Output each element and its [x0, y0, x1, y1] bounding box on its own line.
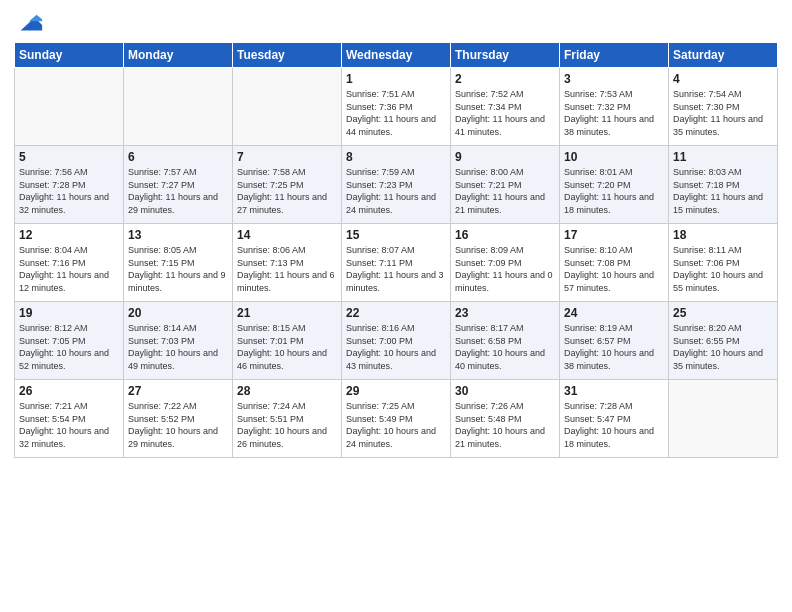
day-number: 3	[564, 72, 664, 86]
day-cell: 11Sunrise: 8:03 AMSunset: 7:18 PMDayligh…	[669, 146, 778, 224]
day-info: Sunrise: 8:16 AMSunset: 7:00 PMDaylight:…	[346, 322, 446, 372]
day-number: 1	[346, 72, 446, 86]
day-number: 25	[673, 306, 773, 320]
day-cell: 7Sunrise: 7:58 AMSunset: 7:25 PMDaylight…	[233, 146, 342, 224]
day-cell: 3Sunrise: 7:53 AMSunset: 7:32 PMDaylight…	[560, 68, 669, 146]
day-cell	[124, 68, 233, 146]
week-row-1: 1Sunrise: 7:51 AMSunset: 7:36 PMDaylight…	[15, 68, 778, 146]
day-cell	[669, 380, 778, 458]
day-info: Sunrise: 7:58 AMSunset: 7:25 PMDaylight:…	[237, 166, 337, 216]
day-number: 6	[128, 150, 228, 164]
day-number: 15	[346, 228, 446, 242]
day-cell: 15Sunrise: 8:07 AMSunset: 7:11 PMDayligh…	[342, 224, 451, 302]
day-info: Sunrise: 7:52 AMSunset: 7:34 PMDaylight:…	[455, 88, 555, 138]
day-cell: 14Sunrise: 8:06 AMSunset: 7:13 PMDayligh…	[233, 224, 342, 302]
day-cell: 20Sunrise: 8:14 AMSunset: 7:03 PMDayligh…	[124, 302, 233, 380]
day-info: Sunrise: 7:25 AMSunset: 5:49 PMDaylight:…	[346, 400, 446, 450]
day-info: Sunrise: 7:24 AMSunset: 5:51 PMDaylight:…	[237, 400, 337, 450]
day-cell: 27Sunrise: 7:22 AMSunset: 5:52 PMDayligh…	[124, 380, 233, 458]
day-info: Sunrise: 8:10 AMSunset: 7:08 PMDaylight:…	[564, 244, 664, 294]
day-info: Sunrise: 7:51 AMSunset: 7:36 PMDaylight:…	[346, 88, 446, 138]
week-row-5: 26Sunrise: 7:21 AMSunset: 5:54 PMDayligh…	[15, 380, 778, 458]
day-number: 31	[564, 384, 664, 398]
weekday-header-saturday: Saturday	[669, 43, 778, 68]
day-cell: 13Sunrise: 8:05 AMSunset: 7:15 PMDayligh…	[124, 224, 233, 302]
day-info: Sunrise: 8:14 AMSunset: 7:03 PMDaylight:…	[128, 322, 228, 372]
day-cell: 30Sunrise: 7:26 AMSunset: 5:48 PMDayligh…	[451, 380, 560, 458]
day-info: Sunrise: 8:12 AMSunset: 7:05 PMDaylight:…	[19, 322, 119, 372]
weekday-header-tuesday: Tuesday	[233, 43, 342, 68]
day-number: 20	[128, 306, 228, 320]
day-number: 14	[237, 228, 337, 242]
day-number: 21	[237, 306, 337, 320]
day-info: Sunrise: 7:59 AMSunset: 7:23 PMDaylight:…	[346, 166, 446, 216]
day-number: 22	[346, 306, 446, 320]
day-number: 11	[673, 150, 773, 164]
logo	[14, 10, 44, 34]
day-number: 23	[455, 306, 555, 320]
day-info: Sunrise: 8:06 AMSunset: 7:13 PMDaylight:…	[237, 244, 337, 294]
day-number: 2	[455, 72, 555, 86]
day-number: 16	[455, 228, 555, 242]
day-number: 28	[237, 384, 337, 398]
day-cell: 24Sunrise: 8:19 AMSunset: 6:57 PMDayligh…	[560, 302, 669, 380]
day-info: Sunrise: 7:53 AMSunset: 7:32 PMDaylight:…	[564, 88, 664, 138]
day-info: Sunrise: 7:54 AMSunset: 7:30 PMDaylight:…	[673, 88, 773, 138]
day-cell: 22Sunrise: 8:16 AMSunset: 7:00 PMDayligh…	[342, 302, 451, 380]
weekday-header-monday: Monday	[124, 43, 233, 68]
day-number: 9	[455, 150, 555, 164]
day-cell: 29Sunrise: 7:25 AMSunset: 5:49 PMDayligh…	[342, 380, 451, 458]
day-info: Sunrise: 7:26 AMSunset: 5:48 PMDaylight:…	[455, 400, 555, 450]
day-info: Sunrise: 7:56 AMSunset: 7:28 PMDaylight:…	[19, 166, 119, 216]
day-cell: 21Sunrise: 8:15 AMSunset: 7:01 PMDayligh…	[233, 302, 342, 380]
day-number: 13	[128, 228, 228, 242]
day-cell: 17Sunrise: 8:10 AMSunset: 7:08 PMDayligh…	[560, 224, 669, 302]
day-info: Sunrise: 8:07 AMSunset: 7:11 PMDaylight:…	[346, 244, 446, 294]
day-cell: 28Sunrise: 7:24 AMSunset: 5:51 PMDayligh…	[233, 380, 342, 458]
weekday-header-sunday: Sunday	[15, 43, 124, 68]
day-info: Sunrise: 8:09 AMSunset: 7:09 PMDaylight:…	[455, 244, 555, 294]
day-cell: 8Sunrise: 7:59 AMSunset: 7:23 PMDaylight…	[342, 146, 451, 224]
day-number: 17	[564, 228, 664, 242]
weekday-header-row: SundayMondayTuesdayWednesdayThursdayFrid…	[15, 43, 778, 68]
week-row-4: 19Sunrise: 8:12 AMSunset: 7:05 PMDayligh…	[15, 302, 778, 380]
day-info: Sunrise: 8:01 AMSunset: 7:20 PMDaylight:…	[564, 166, 664, 216]
day-cell: 6Sunrise: 7:57 AMSunset: 7:27 PMDaylight…	[124, 146, 233, 224]
day-cell: 16Sunrise: 8:09 AMSunset: 7:09 PMDayligh…	[451, 224, 560, 302]
week-row-3: 12Sunrise: 8:04 AMSunset: 7:16 PMDayligh…	[15, 224, 778, 302]
calendar-table: SundayMondayTuesdayWednesdayThursdayFrid…	[14, 42, 778, 458]
weekday-header-friday: Friday	[560, 43, 669, 68]
day-number: 29	[346, 384, 446, 398]
day-number: 26	[19, 384, 119, 398]
day-cell: 1Sunrise: 7:51 AMSunset: 7:36 PMDaylight…	[342, 68, 451, 146]
day-info: Sunrise: 8:03 AMSunset: 7:18 PMDaylight:…	[673, 166, 773, 216]
day-cell: 9Sunrise: 8:00 AMSunset: 7:21 PMDaylight…	[451, 146, 560, 224]
day-info: Sunrise: 7:21 AMSunset: 5:54 PMDaylight:…	[19, 400, 119, 450]
day-info: Sunrise: 8:04 AMSunset: 7:16 PMDaylight:…	[19, 244, 119, 294]
header	[14, 10, 778, 34]
day-cell	[233, 68, 342, 146]
day-number: 19	[19, 306, 119, 320]
day-cell: 18Sunrise: 8:11 AMSunset: 7:06 PMDayligh…	[669, 224, 778, 302]
day-info: Sunrise: 7:22 AMSunset: 5:52 PMDaylight:…	[128, 400, 228, 450]
day-cell: 10Sunrise: 8:01 AMSunset: 7:20 PMDayligh…	[560, 146, 669, 224]
day-info: Sunrise: 8:17 AMSunset: 6:58 PMDaylight:…	[455, 322, 555, 372]
day-cell: 19Sunrise: 8:12 AMSunset: 7:05 PMDayligh…	[15, 302, 124, 380]
day-number: 27	[128, 384, 228, 398]
day-cell: 4Sunrise: 7:54 AMSunset: 7:30 PMDaylight…	[669, 68, 778, 146]
day-number: 10	[564, 150, 664, 164]
day-info: Sunrise: 7:57 AMSunset: 7:27 PMDaylight:…	[128, 166, 228, 216]
day-number: 5	[19, 150, 119, 164]
day-cell: 12Sunrise: 8:04 AMSunset: 7:16 PMDayligh…	[15, 224, 124, 302]
day-info: Sunrise: 8:11 AMSunset: 7:06 PMDaylight:…	[673, 244, 773, 294]
weekday-header-wednesday: Wednesday	[342, 43, 451, 68]
day-number: 30	[455, 384, 555, 398]
day-cell: 25Sunrise: 8:20 AMSunset: 6:55 PMDayligh…	[669, 302, 778, 380]
day-info: Sunrise: 8:00 AMSunset: 7:21 PMDaylight:…	[455, 166, 555, 216]
day-number: 24	[564, 306, 664, 320]
svg-marker-1	[29, 15, 42, 22]
day-info: Sunrise: 7:28 AMSunset: 5:47 PMDaylight:…	[564, 400, 664, 450]
day-cell: 23Sunrise: 8:17 AMSunset: 6:58 PMDayligh…	[451, 302, 560, 380]
logo-icon	[16, 10, 44, 38]
day-info: Sunrise: 8:20 AMSunset: 6:55 PMDaylight:…	[673, 322, 773, 372]
